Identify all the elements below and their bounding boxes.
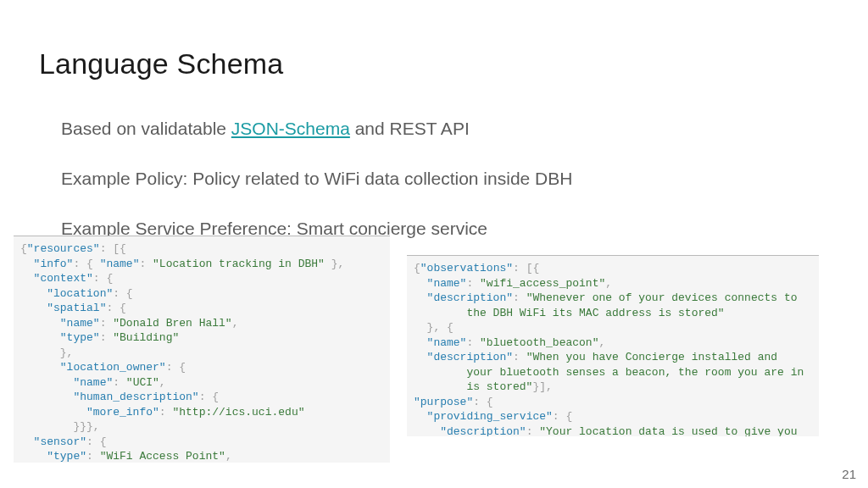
t: "Donald Bren Hall"	[113, 317, 231, 330]
t: "resources"	[27, 242, 100, 255]
t: :	[86, 450, 100, 463]
code-box-left: {"resources": [{ "info": { "name": "Loca…	[14, 236, 390, 463]
t: "human_description"	[73, 391, 198, 403]
t: "info"	[34, 258, 74, 270]
body-line-1: Based on validatable JSON-Schema and RES…	[61, 119, 470, 139]
t: "bluetooth_beacon"	[480, 336, 598, 349]
t: },	[20, 347, 73, 359]
t: "observations"	[420, 262, 513, 274]
t: :	[466, 336, 480, 349]
code-box-right: {"observations": [{ "name": "wifi_access…	[407, 255, 819, 436]
t	[20, 450, 47, 463]
t	[414, 351, 427, 363]
t: :	[100, 317, 114, 330]
t: "description"	[427, 291, 513, 304]
t: "UCI"	[126, 376, 159, 389]
t: "name"	[427, 277, 467, 290]
t: }, {	[414, 321, 453, 334]
t	[414, 277, 427, 290]
t: "wifi_access_point"	[480, 277, 605, 290]
body-line-1-post: and REST API	[350, 119, 470, 138]
t: }],	[532, 380, 552, 393]
t: : {	[553, 410, 572, 423]
t: }}},	[20, 420, 100, 433]
t: ,	[159, 376, 166, 389]
t: :	[526, 425, 540, 437]
t: : [{	[100, 242, 126, 255]
t: : {	[73, 258, 99, 270]
t	[20, 376, 73, 389]
t: "more_info"	[86, 406, 159, 419]
t: "description"	[427, 351, 513, 363]
t: :	[466, 277, 480, 290]
t	[414, 425, 440, 437]
t	[20, 272, 34, 285]
t: "spatial"	[47, 302, 106, 314]
t: :	[513, 291, 526, 304]
t: the DBH WiFi its MAC address is stored"	[414, 307, 725, 319]
t: "type"	[60, 331, 100, 344]
t: : {	[113, 287, 132, 300]
slide: Language Schema Based on validatable JSO…	[0, 0, 868, 488]
t: :	[113, 376, 126, 389]
t	[20, 406, 86, 419]
json-schema-link[interactable]: JSON-Schema	[231, 119, 350, 138]
t	[20, 287, 47, 300]
t: "sensor"	[34, 435, 86, 448]
t: "WiFi Access Point"	[100, 450, 225, 463]
t: : {	[106, 302, 125, 314]
t: "location_owner"	[60, 361, 166, 374]
t: {	[20, 242, 27, 255]
t	[20, 317, 60, 330]
t: "Location tracking in DBH"	[153, 258, 325, 270]
t: "description"	[440, 425, 526, 437]
t: : {	[473, 396, 492, 408]
t: ,	[225, 450, 232, 463]
t: ,	[598, 336, 605, 349]
t	[20, 391, 73, 403]
t: ,	[232, 317, 239, 330]
t	[20, 302, 47, 314]
t: :	[139, 258, 153, 270]
body-line-2: Example Policy: Policy related to WiFi d…	[61, 169, 572, 189]
body-line-1-pre: Based on validatable	[61, 119, 231, 138]
t: "name"	[60, 317, 100, 330]
t: "location"	[47, 287, 113, 300]
t: "name"	[73, 376, 113, 389]
slide-title: Language Schema	[39, 47, 283, 80]
t: : {	[166, 361, 186, 374]
t: : [{	[513, 262, 539, 274]
t	[20, 331, 60, 344]
t: "http://ics.uci.edu"	[172, 406, 304, 419]
t: "context"	[34, 272, 93, 285]
t: your bluetooth senses a beacon, the room…	[414, 366, 804, 379]
t	[414, 410, 427, 423]
t	[414, 336, 427, 349]
t: : {	[93, 272, 113, 285]
t: : {	[199, 391, 219, 403]
t: :	[100, 331, 114, 344]
t	[20, 361, 60, 374]
t: :	[513, 351, 526, 363]
t: {	[414, 262, 420, 274]
t: : {	[86, 435, 106, 448]
t: "name"	[100, 258, 140, 270]
t	[414, 291, 427, 304]
t: "Your location data is used to give you	[539, 425, 797, 437]
t: "providing_service"	[427, 410, 553, 423]
t: is stored"	[414, 380, 532, 393]
t	[20, 258, 34, 270]
t: "When you have Concierge installed and	[526, 351, 777, 363]
t: "type"	[47, 450, 86, 463]
t: "Whenever one of your devices connects t…	[526, 291, 798, 304]
t	[20, 435, 34, 448]
t: ,	[605, 277, 612, 290]
t: "name"	[427, 336, 467, 349]
t: :	[159, 406, 173, 419]
t: "Building"	[113, 331, 179, 344]
page-number: 21	[842, 467, 856, 481]
t: },	[325, 258, 344, 270]
t: "purpose"	[414, 396, 473, 408]
